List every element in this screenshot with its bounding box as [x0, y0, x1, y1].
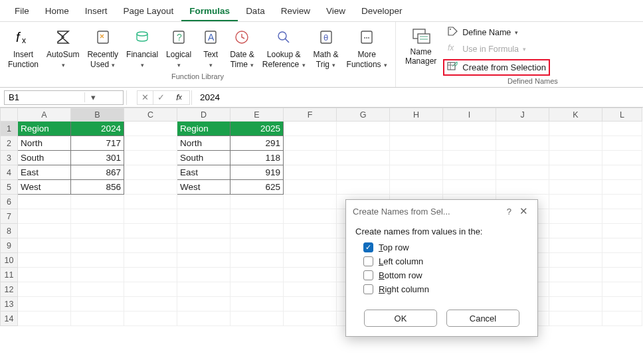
cell[interactable] — [71, 268, 124, 282]
dialog-help-button[interactable]: ? — [502, 207, 517, 217]
cell[interactable]: 291 — [230, 136, 284, 151]
cell[interactable] — [602, 312, 642, 326]
cell[interactable]: 856 — [71, 180, 124, 195]
left-column-label[interactable]: Left column — [379, 256, 423, 266]
cell[interactable] — [496, 122, 549, 136]
row-header[interactable]: 1 — [1, 122, 18, 136]
cell[interactable] — [496, 180, 549, 195]
cell[interactable] — [443, 122, 496, 136]
row-header[interactable]: 3 — [1, 151, 18, 165]
cell[interactable]: 717 — [71, 136, 124, 151]
cell[interactable] — [230, 195, 284, 209]
tab-view[interactable]: View — [318, 3, 353, 21]
define-name-button[interactable]: Define Name ▾ — [443, 25, 550, 40]
left-column-checkbox[interactable] — [363, 256, 373, 266]
tab-home[interactable]: Home — [37, 3, 77, 21]
cell[interactable] — [124, 253, 177, 268]
cell[interactable] — [18, 297, 71, 312]
cell[interactable] — [18, 238, 71, 253]
cell[interactable] — [496, 136, 549, 151]
cell[interactable]: North — [18, 136, 71, 151]
cell[interactable] — [230, 224, 284, 238]
bottom-row-checkbox[interactable] — [363, 270, 373, 280]
tab-data[interactable]: Data — [238, 3, 273, 21]
cell[interactable] — [18, 209, 71, 224]
name-manager-button[interactable]: Name Manager — [400, 25, 442, 66]
cell[interactable]: West — [18, 180, 71, 195]
cell[interactable] — [602, 297, 642, 312]
cell[interactable] — [177, 297, 230, 312]
name-box-dropdown[interactable]: ▾ — [84, 92, 102, 102]
cell[interactable] — [549, 312, 602, 326]
cell[interactable] — [230, 312, 284, 326]
cell[interactable] — [18, 282, 71, 297]
more-functions-button[interactable]: More Functions ▾ — [343, 25, 391, 71]
lookup-reference-button[interactable]: Lookup & Reference ▾ — [258, 25, 310, 71]
cell[interactable]: East — [177, 165, 230, 180]
select-all-corner[interactable] — [1, 108, 18, 122]
cell[interactable] — [549, 297, 602, 312]
cell[interactable] — [124, 297, 177, 312]
cell[interactable] — [284, 180, 337, 195]
cell[interactable]: 919 — [230, 165, 284, 180]
column-header[interactable]: J — [496, 108, 549, 122]
tab-developer[interactable]: Developer — [353, 3, 411, 21]
insert-function-button[interactable]: fx Insert Function — [4, 25, 43, 71]
cell[interactable] — [124, 195, 177, 209]
worksheet-grid[interactable]: ABCDEFGHIJKL1Region2024Region20252North7… — [0, 108, 643, 326]
name-box[interactable]: ▾ — [4, 90, 124, 105]
cell[interactable] — [230, 238, 284, 253]
cell[interactable] — [284, 136, 337, 151]
cell[interactable] — [71, 297, 124, 312]
cell[interactable] — [602, 209, 642, 224]
cell[interactable]: 301 — [71, 151, 124, 165]
column-header[interactable]: E — [230, 108, 284, 122]
cell[interactable] — [284, 195, 337, 209]
cell[interactable] — [337, 151, 390, 165]
cell[interactable] — [390, 151, 443, 165]
cell[interactable] — [602, 195, 642, 209]
cell[interactable]: 118 — [230, 151, 284, 165]
cell[interactable] — [71, 253, 124, 268]
cell[interactable] — [284, 312, 337, 326]
cell[interactable] — [390, 136, 443, 151]
cell[interactable] — [71, 224, 124, 238]
dialog-close-button[interactable]: ✕ — [517, 205, 531, 217]
cell[interactable] — [177, 224, 230, 238]
cell[interactable] — [337, 136, 390, 151]
math-trig-button[interactable]: θ Math & Trig ▾ — [310, 25, 343, 71]
column-header[interactable]: C — [124, 108, 177, 122]
cell[interactable] — [71, 209, 124, 224]
column-header[interactable]: H — [390, 108, 443, 122]
tab-file[interactable]: File — [7, 3, 37, 21]
column-header[interactable]: D — [177, 108, 230, 122]
cell[interactable]: 2024 — [71, 122, 124, 136]
column-header[interactable]: I — [443, 108, 496, 122]
cell[interactable] — [177, 253, 230, 268]
use-in-formula-button[interactable]: fx Use in Formula ▾ — [443, 41, 550, 56]
column-header[interactable]: L — [602, 108, 642, 122]
cell[interactable] — [124, 282, 177, 297]
cell[interactable] — [549, 165, 602, 180]
cell[interactable]: South — [18, 151, 71, 165]
cell[interactable] — [337, 165, 390, 180]
cell[interactable] — [443, 165, 496, 180]
row-header[interactable]: 5 — [1, 180, 18, 195]
top-row-checkbox[interactable]: ✓ — [363, 242, 373, 252]
right-column-checkbox[interactable] — [363, 284, 373, 294]
fx-button[interactable]: fx — [169, 90, 190, 105]
row-header[interactable]: 14 — [1, 312, 18, 326]
right-column-label[interactable]: Right column — [379, 284, 429, 294]
cell[interactable] — [71, 195, 124, 209]
row-header[interactable]: 11 — [1, 268, 18, 282]
cell[interactable]: 867 — [71, 165, 124, 180]
cell[interactable] — [602, 253, 642, 268]
cell[interactable] — [284, 151, 337, 165]
cell[interactable] — [18, 224, 71, 238]
cell[interactable]: North — [177, 136, 230, 151]
cell[interactable] — [284, 282, 337, 297]
cancel-formula-button[interactable]: ✕ — [137, 90, 153, 105]
cell[interactable] — [549, 282, 602, 297]
cell[interactable] — [284, 238, 337, 253]
bottom-row-label[interactable]: Bottom row — [379, 270, 422, 280]
